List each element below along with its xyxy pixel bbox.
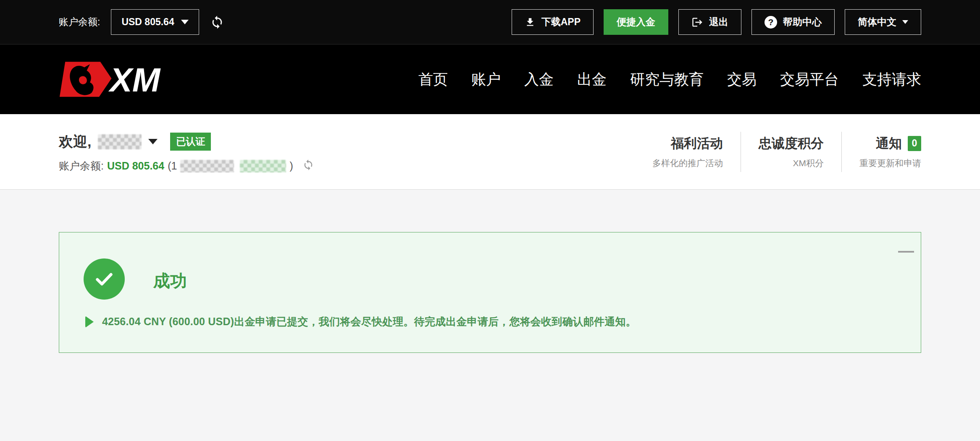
quick-deposit-label: 便捷入金 bbox=[617, 16, 655, 29]
shortcut-promotions[interactable]: 福利活动 多样化的推广活动 bbox=[652, 135, 741, 169]
account-menu-caret-icon[interactable] bbox=[148, 139, 158, 144]
redacted-account-server bbox=[240, 160, 286, 172]
main-navigation: 首页 账户 入金 出金 研究与教育 交易 交易平台 支持请求 bbox=[418, 70, 921, 89]
welcome-balance-label: 账户余额: bbox=[59, 159, 104, 173]
help-center-button[interactable]: ? 帮助中心 bbox=[751, 9, 835, 35]
success-alert: 成功 4256.04 CNY (600.00 USD)出金申请已提交，我们将会尽… bbox=[59, 232, 921, 353]
shortcut-title: 通知 bbox=[876, 135, 902, 152]
shortcut-notifications[interactable]: 通知 0 重要更新和申请 bbox=[842, 135, 921, 169]
main-content: 成功 4256.04 CNY (600.00 USD)出金申请已提交，我们将会尽… bbox=[0, 232, 980, 441]
shortcut-title: 福利活动 bbox=[671, 135, 723, 152]
nav-item-withdraw[interactable]: 出金 bbox=[577, 70, 607, 89]
main-nav-bar: XM 首页 账户 入金 出金 研究与教育 交易 交易平台 支持请求 bbox=[0, 44, 980, 114]
refresh-icon bbox=[210, 15, 224, 29]
balance-value: USD 805.64 bbox=[121, 16, 174, 28]
account-balance-dropdown[interactable]: USD 805.64 bbox=[111, 9, 199, 35]
download-app-button[interactable]: 下载APP bbox=[512, 9, 594, 35]
account-number-prefix: (1 bbox=[168, 160, 177, 172]
language-dropdown[interactable]: 简体中文 bbox=[845, 9, 921, 35]
shortcut-subtitle: XM积分 bbox=[793, 157, 824, 169]
brand-text: XM bbox=[108, 61, 161, 99]
collapse-alert-button[interactable] bbox=[898, 251, 914, 253]
nav-item-platforms[interactable]: 交易平台 bbox=[780, 70, 839, 89]
nav-item-home[interactable]: 首页 bbox=[418, 70, 448, 89]
help-center-label: 帮助中心 bbox=[783, 16, 822, 29]
language-label: 简体中文 bbox=[858, 16, 896, 29]
welcome-balance-value: USD 805.64 bbox=[107, 160, 164, 172]
success-title: 成功 bbox=[153, 269, 187, 292]
shortcut-subtitle: 重要更新和申请 bbox=[859, 157, 921, 169]
shortcut-title: 忠诚度积分 bbox=[759, 135, 824, 152]
logout-icon bbox=[691, 16, 703, 28]
welcome-greeting: 欢迎, bbox=[59, 132, 91, 151]
logout-button[interactable]: 退出 bbox=[678, 9, 741, 35]
balance-label: 账户余额: bbox=[59, 16, 100, 29]
xm-member-page: 账户余额: USD 805.64 下载APP bbox=[0, 0, 980, 441]
help-icon: ? bbox=[765, 16, 777, 29]
notification-count-badge: 0 bbox=[908, 136, 921, 151]
download-app-label: 下载APP bbox=[541, 16, 581, 29]
download-icon bbox=[525, 17, 536, 28]
shortcut-subtitle: 多样化的推广活动 bbox=[652, 157, 723, 169]
redacted-username bbox=[98, 134, 142, 149]
nav-item-support[interactable]: 支持请求 bbox=[862, 70, 921, 89]
chevron-down-icon bbox=[181, 20, 189, 24]
verified-status-badge: 已认证 bbox=[170, 133, 211, 151]
redacted-account-number bbox=[180, 160, 234, 172]
success-check-icon bbox=[84, 258, 125, 300]
account-number-suffix: ) bbox=[289, 160, 293, 172]
nav-item-research-education[interactable]: 研究与教育 bbox=[630, 70, 704, 89]
nav-item-account[interactable]: 账户 bbox=[471, 70, 501, 89]
chevron-down-icon bbox=[902, 20, 908, 24]
welcome-strip: 欢迎, 已认证 账户余额: USD 805.64 (1 ) bbox=[0, 114, 980, 190]
shortcut-loyalty-points[interactable]: 忠诚度积分 XM积分 bbox=[741, 135, 841, 169]
refresh-account-button[interactable] bbox=[302, 159, 314, 173]
logout-label: 退出 bbox=[709, 16, 728, 29]
top-utility-bar: 账户余额: USD 805.64 下载APP bbox=[0, 0, 980, 44]
nav-item-trading[interactable]: 交易 bbox=[727, 70, 757, 89]
bullet-triangle-icon bbox=[85, 316, 94, 328]
quick-deposit-button[interactable]: 便捷入金 bbox=[604, 9, 668, 35]
refresh-icon bbox=[302, 159, 314, 171]
success-message: 4256.04 CNY (600.00 USD)出金申请已提交，我们将会尽快处理… bbox=[102, 315, 636, 329]
xm-logo[interactable]: XM bbox=[59, 58, 171, 100]
refresh-balance-button[interactable] bbox=[210, 15, 224, 29]
nav-item-deposit[interactable]: 入金 bbox=[524, 70, 554, 89]
